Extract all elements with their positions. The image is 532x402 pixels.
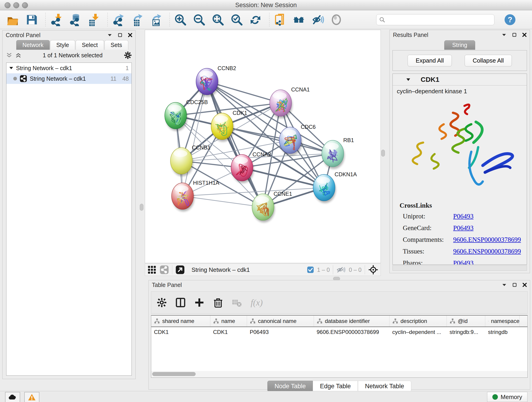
- hidden-eye-icon[interactable]: [336, 266, 346, 274]
- network-options-gear-icon[interactable]: [124, 51, 132, 59]
- help-button[interactable]: ?: [504, 13, 516, 26]
- search-box[interactable]: [376, 14, 494, 25]
- node-CCNE1[interactable]: CCNE1: [252, 191, 292, 223]
- crosslinks-section: CrossLinks Uniprot: P06493GeneCard: P064…: [393, 198, 527, 265]
- panel-float-icon[interactable]: [512, 33, 516, 37]
- edge-HIST1H1A-CCNB2[interactable]: [183, 82, 207, 196]
- layout-refresh-button[interactable]: [249, 13, 262, 26]
- column-header-description[interactable]: description: [389, 316, 447, 327]
- network-row[interactable]: String Network – cdk1 11 48: [6, 73, 132, 84]
- scrollbar-thumb[interactable]: [152, 372, 196, 376]
- open-view-external-icon[interactable]: [176, 265, 185, 274]
- node-CDC25B[interactable]: CDC25B: [165, 99, 208, 131]
- panel-close-icon[interactable]: [522, 33, 526, 37]
- import-network-database-button[interactable]: [69, 13, 81, 26]
- delete-column-button[interactable]: [213, 298, 223, 307]
- function-builder-button[interactable]: f(x): [251, 298, 263, 307]
- node-RB1[interactable]: RB1: [322, 137, 354, 169]
- tab-string[interactable]: String: [444, 40, 475, 50]
- cloud-status-button[interactable]: [5, 392, 20, 402]
- crosslink-link[interactable]: P06493: [453, 259, 474, 265]
- left-splitter-handle[interactable]: [140, 204, 143, 211]
- crosslink-row: Uniprot: P06493: [403, 212, 527, 220]
- collapse-all-button[interactable]: Collapse All: [465, 55, 512, 66]
- tab-style[interactable]: Style: [50, 40, 75, 50]
- node-CDKN1A[interactable]: CDKN1A: [313, 171, 357, 203]
- open-in-browser-button[interactable]: [273, 13, 286, 26]
- node-CCNA1[interactable]: CCNA1: [270, 86, 310, 118]
- home-button[interactable]: [292, 13, 305, 26]
- node-CDC6[interactable]: CDC6: [279, 124, 316, 156]
- edge-CDK1-RB1[interactable]: [222, 126, 333, 153]
- network-canvas[interactable]: CCNB2CCNA1CDC25BCDK1CDC6RB1CCNB1CCNA2CDK…: [145, 30, 381, 263]
- export-table-button[interactable]: [131, 13, 143, 26]
- zoom-out-button[interactable]: [193, 13, 206, 26]
- column-header-namespace[interactable]: namespace: [485, 316, 520, 327]
- zoom-fit-button[interactable]: [211, 13, 224, 26]
- results-scrollbar[interactable]: [393, 265, 527, 271]
- tab-select[interactable]: Select: [76, 40, 104, 50]
- network-overview-share-icon[interactable]: [160, 265, 169, 274]
- network-graph[interactable]: CCNB2CCNA1CDC25BCDK1CDC6RB1CCNB1CCNA2CDK…: [145, 30, 380, 263]
- memory-button[interactable]: Memory: [487, 392, 527, 402]
- table-settings-button[interactable]: [157, 298, 167, 307]
- edge-CCNB2-CCNE1[interactable]: [207, 82, 263, 207]
- column-header-database-identifier[interactable]: database identifier: [314, 316, 389, 327]
- expand-all-button[interactable]: Expand All: [408, 55, 452, 66]
- tab-network[interactable]: Network: [16, 40, 50, 50]
- save-session-button[interactable]: [25, 13, 38, 26]
- open-session-button[interactable]: [6, 13, 19, 26]
- crosslink-link[interactable]: P06493: [453, 212, 474, 220]
- import-table-button[interactable]: [87, 13, 100, 26]
- collection-expander-icon[interactable]: [9, 66, 13, 70]
- import-network-button[interactable]: [50, 13, 63, 26]
- export-image-button[interactable]: [149, 13, 162, 26]
- node-label-CCNA1: CCNA1: [291, 86, 310, 93]
- tab-sets[interactable]: Sets: [104, 40, 128, 50]
- fit-selected-crosshair-icon[interactable]: [368, 265, 378, 275]
- zoom-selected-button[interactable]: [230, 13, 243, 26]
- table-horizontal-scrollbar[interactable]: [151, 371, 528, 378]
- tab-edge-table[interactable]: Edge Table: [313, 381, 358, 392]
- network-collection-row[interactable]: String Network – cdk1 1: [6, 63, 132, 73]
- clear-table-button[interactable]: [232, 298, 242, 307]
- help-icon: ?: [504, 13, 516, 26]
- import-network-icon: [50, 13, 63, 26]
- show-panel-button[interactable]: [330, 13, 343, 26]
- node-table[interactable]: shared name name canonical name database…: [151, 315, 528, 372]
- node-CCNB1[interactable]: CCNB1: [171, 144, 210, 176]
- split-panel-button[interactable]: [176, 298, 186, 307]
- crosslink-link[interactable]: P06493: [453, 224, 474, 232]
- column-header-canonical-name[interactable]: canonical name: [247, 316, 314, 327]
- node-CCNA2[interactable]: CCNA2: [231, 151, 271, 183]
- panel-menu-icon[interactable]: [502, 283, 507, 287]
- birdseye-grid-icon[interactable]: [147, 265, 157, 274]
- crosslink-link[interactable]: 9606.ENSP00000378699: [453, 236, 521, 243]
- node-CCNB2[interactable]: CCNB2: [196, 65, 236, 97]
- hide-panel-button[interactable]: [311, 13, 324, 26]
- panel-float-icon[interactable]: [513, 283, 517, 287]
- selected-checkbox-icon[interactable]: [307, 266, 314, 273]
- zoom-in-button[interactable]: [174, 13, 187, 26]
- panel-menu-icon[interactable]: [108, 33, 112, 37]
- panel-menu-icon[interactable]: [502, 33, 506, 36]
- column-header-name[interactable]: name: [210, 316, 247, 327]
- tab-network-table[interactable]: Network Table: [358, 381, 411, 392]
- protein-expander-icon[interactable]: [406, 78, 411, 81]
- export-network-button[interactable]: [112, 13, 125, 26]
- collapse-all-icon[interactable]: [6, 52, 12, 58]
- tab-node-table[interactable]: Node Table: [267, 381, 313, 392]
- edge-HIST1H1A-CCNE1[interactable]: [183, 196, 263, 207]
- panel-close-icon[interactable]: [128, 33, 132, 37]
- add-column-button[interactable]: [194, 298, 204, 307]
- expand-all-icon[interactable]: [15, 52, 21, 58]
- warnings-button[interactable]: [24, 392, 39, 402]
- crosslink-link[interactable]: 9606.ENSP00000378699: [453, 248, 521, 255]
- search-input[interactable]: [387, 16, 491, 23]
- right-splitter-handle[interactable]: [381, 150, 385, 157]
- panel-float-icon[interactable]: [118, 33, 122, 37]
- column-header-shared-name[interactable]: shared name: [151, 316, 210, 327]
- table-row[interactable]: CDK1CDK1P064939606.ENSP00000378699cyclin…: [151, 327, 527, 338]
- column-header--id[interactable]: @id: [447, 316, 485, 327]
- panel-close-icon[interactable]: [523, 283, 527, 287]
